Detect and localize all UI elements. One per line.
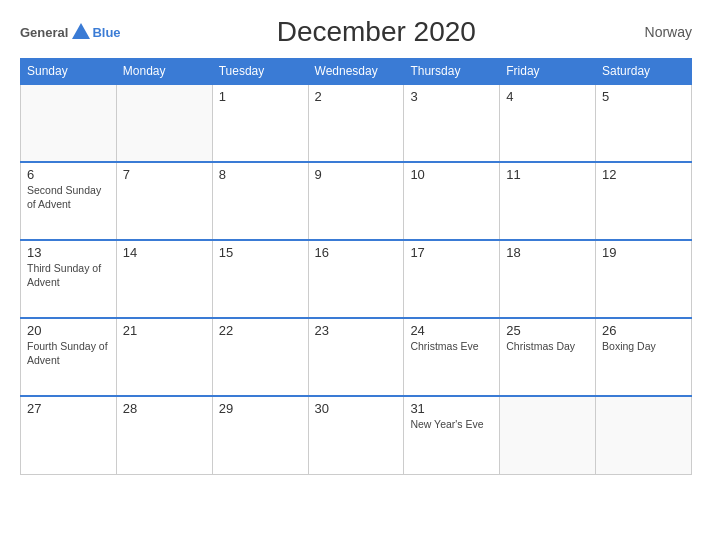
day-cell: 23 — [308, 318, 404, 396]
day-event: Christmas Day — [506, 340, 589, 354]
day-event: Second Sunday of Advent — [27, 184, 110, 211]
week-row-1: 6Second Sunday of Advent789101112 — [21, 162, 692, 240]
day-cell: 24Christmas Eve — [404, 318, 500, 396]
day-cell — [500, 396, 596, 474]
logo-blue-text: Blue — [92, 25, 120, 40]
day-number: 20 — [27, 323, 110, 338]
col-friday: Friday — [500, 59, 596, 85]
day-cell: 28 — [116, 396, 212, 474]
country-label: Norway — [632, 24, 692, 40]
svg-marker-0 — [72, 23, 90, 39]
day-cell: 11 — [500, 162, 596, 240]
calendar-title: December 2020 — [121, 16, 632, 48]
day-cell: 13Third Sunday of Advent — [21, 240, 117, 318]
week-row-3: 20Fourth Sunday of Advent21222324Christm… — [21, 318, 692, 396]
day-cell: 12 — [596, 162, 692, 240]
day-cell — [116, 84, 212, 162]
day-cell: 29 — [212, 396, 308, 474]
day-number: 17 — [410, 245, 493, 260]
day-number: 31 — [410, 401, 493, 416]
day-number: 5 — [602, 89, 685, 104]
day-cell: 25Christmas Day — [500, 318, 596, 396]
day-number: 9 — [315, 167, 398, 182]
logo-general-text: General — [20, 25, 68, 40]
day-number: 26 — [602, 323, 685, 338]
col-saturday: Saturday — [596, 59, 692, 85]
day-number: 22 — [219, 323, 302, 338]
day-cell: 2 — [308, 84, 404, 162]
day-number: 14 — [123, 245, 206, 260]
day-cell: 17 — [404, 240, 500, 318]
day-number: 1 — [219, 89, 302, 104]
day-event: Third Sunday of Advent — [27, 262, 110, 289]
day-cell: 20Fourth Sunday of Advent — [21, 318, 117, 396]
day-cell: 9 — [308, 162, 404, 240]
day-number: 19 — [602, 245, 685, 260]
col-wednesday: Wednesday — [308, 59, 404, 85]
day-cell: 6Second Sunday of Advent — [21, 162, 117, 240]
day-number: 13 — [27, 245, 110, 260]
day-cell: 21 — [116, 318, 212, 396]
day-number: 7 — [123, 167, 206, 182]
day-number: 12 — [602, 167, 685, 182]
day-cell: 4 — [500, 84, 596, 162]
col-monday: Monday — [116, 59, 212, 85]
day-number: 24 — [410, 323, 493, 338]
day-cell: 16 — [308, 240, 404, 318]
day-event: Boxing Day — [602, 340, 685, 354]
day-number: 3 — [410, 89, 493, 104]
col-tuesday: Tuesday — [212, 59, 308, 85]
day-cell: 26Boxing Day — [596, 318, 692, 396]
day-number: 10 — [410, 167, 493, 182]
day-number: 23 — [315, 323, 398, 338]
week-row-4: 2728293031New Year's Eve — [21, 396, 692, 474]
day-number: 6 — [27, 167, 110, 182]
day-cell: 10 — [404, 162, 500, 240]
day-cell — [21, 84, 117, 162]
day-cell: 18 — [500, 240, 596, 318]
day-number: 21 — [123, 323, 206, 338]
logo: General Blue — [20, 21, 121, 43]
day-event: Fourth Sunday of Advent — [27, 340, 110, 367]
week-row-0: 12345 — [21, 84, 692, 162]
calendar-body: 123456Second Sunday of Advent78910111213… — [21, 84, 692, 474]
day-cell: 14 — [116, 240, 212, 318]
day-number: 27 — [27, 401, 110, 416]
week-row-2: 13Third Sunday of Advent141516171819 — [21, 240, 692, 318]
day-number: 29 — [219, 401, 302, 416]
col-sunday: Sunday — [21, 59, 117, 85]
day-cell: 27 — [21, 396, 117, 474]
day-cell: 1 — [212, 84, 308, 162]
header-row: Sunday Monday Tuesday Wednesday Thursday… — [21, 59, 692, 85]
header: General Blue December 2020 Norway — [20, 16, 692, 48]
day-number: 11 — [506, 167, 589, 182]
day-cell: 31New Year's Eve — [404, 396, 500, 474]
day-number: 25 — [506, 323, 589, 338]
day-event: Christmas Eve — [410, 340, 493, 354]
calendar-table: Sunday Monday Tuesday Wednesday Thursday… — [20, 58, 692, 475]
day-cell: 8 — [212, 162, 308, 240]
page: General Blue December 2020 Norway Sunday… — [0, 0, 712, 550]
day-number: 30 — [315, 401, 398, 416]
day-cell: 30 — [308, 396, 404, 474]
day-cell: 15 — [212, 240, 308, 318]
col-thursday: Thursday — [404, 59, 500, 85]
day-cell: 22 — [212, 318, 308, 396]
day-cell: 3 — [404, 84, 500, 162]
day-event: New Year's Eve — [410, 418, 493, 432]
day-cell: 7 — [116, 162, 212, 240]
day-number: 28 — [123, 401, 206, 416]
day-number: 2 — [315, 89, 398, 104]
day-cell: 19 — [596, 240, 692, 318]
day-number: 15 — [219, 245, 302, 260]
day-cell: 5 — [596, 84, 692, 162]
day-number: 4 — [506, 89, 589, 104]
logo-icon — [70, 21, 92, 43]
day-number: 8 — [219, 167, 302, 182]
day-cell — [596, 396, 692, 474]
day-number: 18 — [506, 245, 589, 260]
day-number: 16 — [315, 245, 398, 260]
